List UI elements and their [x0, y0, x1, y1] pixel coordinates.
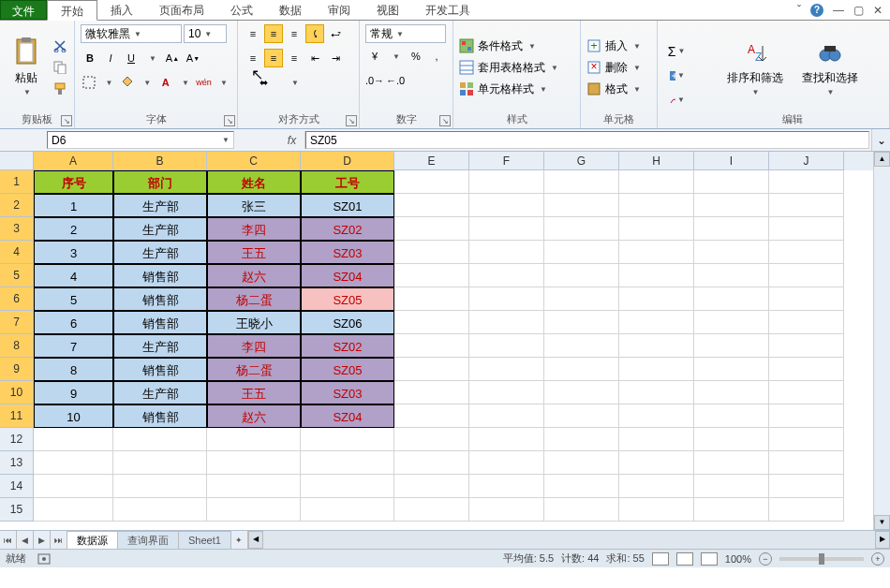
number-launcher[interactable]: ↘	[439, 115, 451, 126]
formula-input[interactable]: SZ05	[305, 131, 869, 149]
cell-I1[interactable]	[694, 170, 769, 194]
increase-decimal-icon[interactable]: .0→	[365, 71, 384, 90]
cell-B1[interactable]: 部门	[113, 170, 207, 194]
cell-E3[interactable]	[394, 217, 469, 241]
cell-C9[interactable]: 杨二蛋	[207, 358, 301, 381]
cell-J14[interactable]	[769, 475, 844, 498]
cell-F5[interactable]	[469, 264, 544, 287]
cell-C1[interactable]: 姓名	[207, 170, 301, 194]
cell-G13[interactable]	[544, 451, 619, 475]
cell-J6[interactable]	[769, 287, 844, 311]
cell-B4[interactable]: 生产部	[113, 241, 207, 264]
shrink-font-button[interactable]: A▼	[184, 49, 202, 67]
cell-J4[interactable]	[769, 241, 844, 264]
cell-E14[interactable]	[394, 475, 469, 498]
currency-icon[interactable]: ¥	[365, 47, 384, 66]
font-color-button[interactable]: A	[156, 73, 173, 92]
autosum-icon[interactable]: Σ▼	[667, 42, 686, 61]
delete-cells-button[interactable]: × 删除▼	[586, 60, 651, 76]
cell-I7[interactable]	[694, 311, 769, 334]
cell-E4[interactable]	[394, 241, 469, 264]
tab-审阅[interactable]: 审阅	[315, 0, 363, 20]
cell-E6[interactable]	[394, 287, 469, 311]
fill-color-button[interactable]	[119, 73, 136, 92]
col-header-H[interactable]: H	[619, 152, 694, 170]
cell-H6[interactable]	[619, 287, 694, 311]
zoom-level[interactable]: 100%	[725, 553, 751, 565]
new-sheet-button[interactable]: ✦	[231, 531, 248, 549]
cell-F3[interactable]	[469, 217, 544, 241]
cell-E12[interactable]	[394, 428, 469, 451]
col-header-I[interactable]: I	[694, 152, 769, 170]
table-format-button[interactable]: 套用表格格式▼	[459, 60, 574, 76]
cell-F6[interactable]	[469, 287, 544, 311]
cell-D5[interactable]: SZ04	[301, 264, 394, 287]
cell-H1[interactable]	[619, 170, 694, 194]
cell-A15[interactable]	[34, 498, 113, 522]
cell-H4[interactable]	[619, 241, 694, 264]
align-right-icon[interactable]: ≡	[285, 49, 304, 67]
cell-F9[interactable]	[469, 358, 544, 381]
cell-G6[interactable]	[544, 287, 619, 311]
cell-I10[interactable]	[694, 381, 769, 404]
view-normal-icon[interactable]	[652, 552, 669, 566]
cell-H11[interactable]	[619, 404, 694, 428]
align-top-icon[interactable]: ≡	[244, 24, 262, 43]
scroll-right-icon[interactable]: ▶	[875, 531, 890, 549]
tab-数据[interactable]: 数据	[266, 0, 315, 20]
cell-G1[interactable]	[544, 170, 619, 194]
underline-dd[interactable]: ▼	[142, 49, 161, 67]
cell-C4[interactable]: 王五	[207, 241, 301, 264]
cell-I11[interactable]	[694, 404, 769, 428]
cell-I4[interactable]	[694, 241, 769, 264]
cell-B9[interactable]: 销售部	[113, 358, 207, 381]
cell-B7[interactable]: 销售部	[113, 311, 207, 334]
sheet-nav-first[interactable]: ⏮	[0, 531, 17, 549]
cell-A10[interactable]: 9	[34, 381, 113, 404]
cell-I2[interactable]	[694, 194, 769, 217]
cell-J9[interactable]	[769, 358, 844, 381]
row-header-10[interactable]: 10	[0, 381, 34, 404]
tab-插入[interactable]: 插入	[97, 0, 146, 20]
cell-J11[interactable]	[769, 404, 844, 428]
expand-formula-bar[interactable]: ⌄	[871, 129, 890, 151]
cell-H13[interactable]	[619, 451, 694, 475]
col-header-G[interactable]: G	[544, 152, 619, 170]
cell-D1[interactable]: 工号	[301, 170, 394, 194]
cell-I6[interactable]	[694, 287, 769, 311]
cell-F8[interactable]	[469, 334, 544, 358]
cut-icon[interactable]	[51, 37, 69, 55]
cell-C3[interactable]: 李四	[207, 217, 301, 241]
cell-B14[interactable]	[113, 475, 207, 498]
cell-H3[interactable]	[619, 217, 694, 241]
cell-H14[interactable]	[619, 475, 694, 498]
font-launcher[interactable]: ↘	[224, 115, 235, 126]
row-header-12[interactable]: 12	[0, 428, 34, 451]
zoom-in-button[interactable]: +	[871, 552, 884, 566]
cell-E9[interactable]	[394, 358, 469, 381]
cell-G15[interactable]	[544, 498, 619, 522]
cell-E1[interactable]	[394, 170, 469, 194]
zoom-slider[interactable]	[779, 557, 864, 561]
cells-area[interactable]: 序号部门姓名工号1生产部张三SZ012生产部李四SZ023生产部王五SZ034销…	[34, 170, 873, 530]
cell-J13[interactable]	[769, 451, 844, 475]
scroll-up-icon[interactable]: ▲	[874, 152, 890, 167]
percent-icon[interactable]: %	[407, 47, 425, 66]
row-header-9[interactable]: 9	[0, 358, 34, 381]
cell-C2[interactable]: 张三	[207, 194, 301, 217]
scroll-left-icon[interactable]: ◀	[248, 531, 263, 549]
cell-J10[interactable]	[769, 381, 844, 404]
cell-B11[interactable]: 销售部	[113, 404, 207, 428]
cell-A14[interactable]	[34, 475, 113, 498]
orientation-icon[interactable]: ⤹	[305, 24, 324, 43]
cell-G4[interactable]	[544, 241, 619, 264]
scroll-down-icon[interactable]: ▼	[874, 515, 890, 530]
row-header-4[interactable]: 4	[0, 241, 34, 264]
window-min-icon[interactable]: —	[833, 4, 844, 17]
cell-D15[interactable]	[301, 498, 394, 522]
decrease-decimal-icon[interactable]: ←.0	[386, 71, 405, 90]
cell-I13[interactable]	[694, 451, 769, 475]
copy-icon[interactable]	[51, 58, 69, 77]
cell-F4[interactable]	[469, 241, 544, 264]
align-middle-icon[interactable]: ≡	[264, 24, 283, 43]
